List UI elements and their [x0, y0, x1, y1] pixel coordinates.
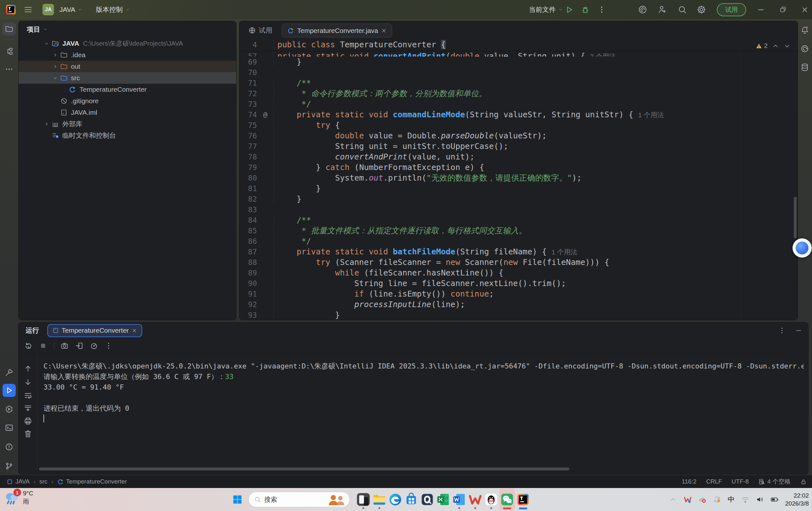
- tree-chevron-icon[interactable]: [52, 74, 59, 82]
- battery-icon[interactable]: [771, 495, 779, 504]
- taskbar-app-qq[interactable]: [483, 489, 499, 510]
- tree-item-temperatureconverter[interactable]: TemperatureConverter: [19, 84, 236, 95]
- gutter-annotation-icon[interactable]: @: [257, 111, 273, 119]
- caret-position[interactable]: 116:2: [682, 478, 697, 485]
- line-separator[interactable]: CRLF: [706, 478, 722, 485]
- line-number[interactable]: 81: [239, 184, 257, 193]
- stop-icon[interactable]: [39, 342, 47, 350]
- vcs-widget[interactable]: 版本控制: [96, 0, 130, 19]
- close-tab-icon[interactable]: [381, 28, 387, 33]
- tree-item-gitignore[interactable]: .gitignore: [19, 95, 236, 107]
- line-number[interactable]: 86: [239, 237, 257, 246]
- inspections-widget[interactable]: 2: [755, 42, 791, 50]
- search-everywhere-icon[interactable]: [677, 0, 687, 19]
- tray-sync-icon[interactable]: [713, 495, 721, 504]
- problems-tool-icon[interactable]: [3, 441, 16, 453]
- prev-problem-icon[interactable]: [772, 42, 779, 50]
- thread-dump-camera-icon[interactable]: [60, 342, 69, 350]
- soft-wrap-icon[interactable]: [21, 389, 34, 402]
- tab-trial[interactable]: 试用: [248, 21, 272, 39]
- line-number[interactable]: 85: [239, 227, 257, 235]
- line-number[interactable]: 57: [239, 52, 257, 57]
- floating-assistant-ball[interactable]: [792, 238, 812, 258]
- window-minimize-button[interactable]: [757, 0, 765, 19]
- taskbar-app-ms-store[interactable]: [403, 489, 419, 510]
- line-number[interactable]: 91: [239, 290, 257, 298]
- project-widget[interactable]: JAVA: [59, 0, 82, 19]
- line-number[interactable]: 87: [239, 248, 257, 256]
- print-icon[interactable]: [21, 415, 34, 428]
- project-tool-icon[interactable]: [3, 22, 16, 35]
- database-tool-icon[interactable]: [798, 61, 811, 74]
- next-problem-icon[interactable]: [784, 42, 791, 50]
- ime-indicator[interactable]: 中: [728, 495, 735, 504]
- tree-chevron-icon[interactable]: [52, 51, 59, 59]
- run-button[interactable]: [565, 0, 574, 19]
- up-stacktrace-icon[interactable]: [21, 362, 34, 375]
- weather-widget[interactable]: 1 9°C 雨: [4, 489, 33, 506]
- notifications-bell-icon[interactable]: [798, 24, 811, 37]
- tree-item-out[interactable]: out: [19, 61, 236, 72]
- tree-chevron-icon[interactable]: [43, 120, 51, 128]
- services-tool-icon[interactable]: [3, 403, 16, 416]
- structure-tool-icon[interactable]: [3, 45, 16, 58]
- main-menu-icon[interactable]: [24, 0, 33, 19]
- line-number[interactable]: 92: [239, 301, 257, 309]
- taskbar-app-word[interactable]: [451, 489, 467, 510]
- line-number[interactable]: 75: [239, 121, 257, 130]
- attach-debugger-icon[interactable]: [75, 342, 83, 350]
- taskbar-app-wechat[interactable]: [499, 489, 515, 510]
- taskbar-app-edge[interactable]: [387, 489, 403, 510]
- run-panel-options-icon[interactable]: [778, 327, 786, 334]
- volume-icon[interactable]: [756, 495, 764, 504]
- scroll-to-end-icon[interactable]: [21, 402, 34, 415]
- line-number[interactable]: 82: [239, 195, 257, 203]
- tree-item-java[interactable]: JAVAC:\Users\朱彦硕\IdeaProjects\JAVA: [19, 38, 236, 49]
- tray-overflow-chevron-icon[interactable]: [669, 495, 677, 504]
- terminal-tool-icon[interactable]: [3, 421, 16, 434]
- line-number[interactable]: 72: [239, 89, 257, 98]
- hide-run-panel-icon[interactable]: [795, 327, 803, 334]
- line-number[interactable]: 73: [239, 100, 257, 108]
- taskbar-app-phone-link[interactable]: [355, 489, 371, 510]
- taskbar-app-excel[interactable]: [435, 489, 451, 510]
- window-restore-button[interactable]: [779, 0, 787, 19]
- tree-item-src[interactable]: src: [19, 72, 236, 84]
- taskbar-app-wps[interactable]: [467, 489, 483, 510]
- line-number[interactable]: 89: [239, 269, 257, 277]
- more-tools-icon[interactable]: [3, 63, 16, 76]
- code-area[interactable]: 69}7071/**72 * 命令行参数模式：两个参数，分别为数值和单位。73 …: [239, 57, 798, 320]
- line-number[interactable]: 79: [239, 163, 257, 172]
- readonly-lock-icon[interactable]: [800, 478, 807, 485]
- tab-temperatureconverter[interactable]: TemperatureConverter.java: [282, 24, 392, 37]
- build-tool-icon[interactable]: [3, 366, 16, 379]
- line-number[interactable]: 84: [239, 216, 257, 224]
- tree-item-[interactable]: 外部库: [19, 118, 236, 130]
- more-actions-icon[interactable]: [598, 0, 606, 19]
- project-avatar[interactable]: JA: [42, 0, 54, 19]
- tray-cloud-error-icon[interactable]: [698, 495, 706, 504]
- run-tool-icon[interactable]: [3, 384, 16, 397]
- git-tool-icon[interactable]: [3, 459, 16, 473]
- clear-console-icon[interactable]: [21, 427, 34, 441]
- line-number[interactable]: 88: [239, 258, 257, 266]
- taskbar-search-input[interactable]: 搜索: [249, 492, 350, 507]
- tree-chevron-icon[interactable]: [52, 63, 59, 70]
- line-number[interactable]: 76: [239, 132, 257, 140]
- line-number[interactable]: 78: [239, 153, 257, 161]
- down-stacktrace-icon[interactable]: [21, 375, 34, 389]
- rerun-icon[interactable]: [24, 342, 33, 350]
- line-number[interactable]: 70: [239, 68, 257, 77]
- code-with-me-icon[interactable]: [658, 0, 667, 19]
- tree-chevron-icon[interactable]: [43, 39, 51, 47]
- tree-item-[interactable]: 临时文件和控制台: [19, 130, 236, 141]
- run-config-selector[interactable]: 当前文件: [529, 0, 563, 19]
- ai-assistant-icon[interactable]: [638, 0, 647, 19]
- tree-item-javaiml[interactable]: JAVA.iml: [19, 107, 236, 118]
- line-number[interactable]: 4: [239, 40, 257, 49]
- close-run-tab-icon[interactable]: [132, 328, 137, 333]
- breadcrumb-src[interactable]: src: [39, 478, 47, 485]
- console-output[interactable]: C:\Users\朱彦硕\.jdks\openjdk-25.0.2\bin\ja…: [44, 361, 804, 465]
- wifi-icon[interactable]: [741, 495, 749, 504]
- file-encoding[interactable]: UTF-8: [731, 478, 749, 485]
